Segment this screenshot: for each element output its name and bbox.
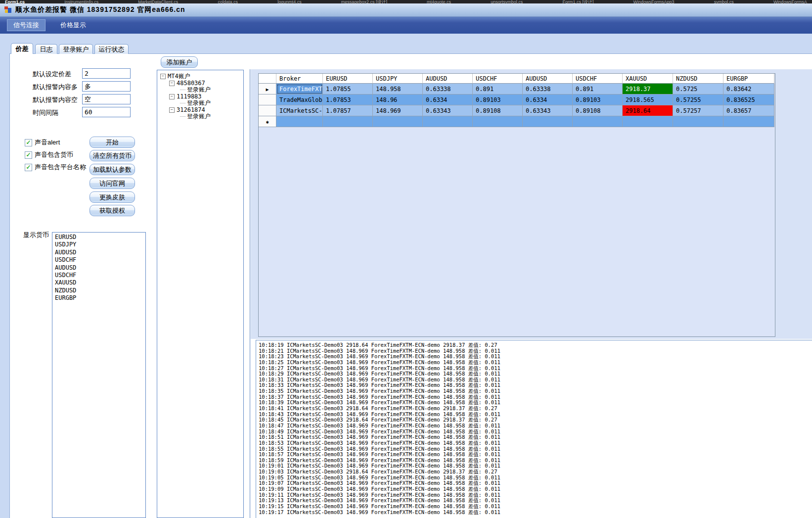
grid-column-header[interactable]: USDCHF xyxy=(573,74,623,84)
field-input[interactable] xyxy=(82,81,131,92)
list-item[interactable]: USDCHF xyxy=(52,256,145,264)
tree-node[interactable]: −MT4账户 xyxy=(157,73,243,80)
vs-editor-tab[interactable]: WindowsFormsA xyxy=(773,0,807,3)
grid-cell[interactable]: 148.958 xyxy=(373,84,423,94)
vs-editor-tab[interactable]: coldata.cs xyxy=(218,0,238,3)
grid-column-header[interactable]: USDCHF xyxy=(473,74,523,84)
action-button-1[interactable]: 开始 xyxy=(90,137,135,148)
tree-node[interactable]: 登录账户 xyxy=(157,100,243,107)
grid-cell-broker[interactable]: TradeMaxGlob... xyxy=(276,94,323,105)
tree-expander-icon[interactable]: − xyxy=(169,94,175,99)
field-input[interactable] xyxy=(82,68,131,79)
vs-editor-tab[interactable]: Form1.cs [设计] xyxy=(562,0,593,3)
grid-cell[interactable]: 0.83657 xyxy=(723,105,774,116)
vs-editor-tab[interactable]: messagebox2.cs [设计] xyxy=(341,0,387,3)
grid-column-header[interactable]: Broker xyxy=(276,74,323,84)
grid-cell[interactable]: 0.57257 xyxy=(673,105,723,116)
grid-cell[interactable]: 2918.37 xyxy=(623,84,673,94)
grid-cell[interactable]: 2918.565 xyxy=(623,94,673,105)
grid-cell[interactable]: 0.63343 xyxy=(523,105,573,116)
vs-editor-tab[interactable]: symbol.cs xyxy=(714,0,734,3)
grid-cell-empty[interactable] xyxy=(373,116,423,127)
grid-column-header[interactable]: USDJPY xyxy=(373,74,423,84)
grid-cell-empty[interactable] xyxy=(323,116,373,127)
vs-editor-tab[interactable]: Form1.cs xyxy=(5,0,25,3)
account-treeview[interactable]: −MT4账户−48580367登录账户−1119883登录账户−31261874… xyxy=(157,70,244,518)
grid-cell-empty[interactable] xyxy=(623,116,673,127)
add-account-button[interactable]: 添加账户 xyxy=(161,56,198,68)
grid-cell[interactable]: 148.969 xyxy=(373,105,423,116)
field-input[interactable] xyxy=(82,94,131,104)
grid-cell[interactable]: 0.836525 xyxy=(723,94,774,105)
grid-cell-empty[interactable] xyxy=(673,116,723,127)
grid-cell[interactable]: 0.89108 xyxy=(573,105,623,116)
grid-cell[interactable]: 2918.64 xyxy=(623,105,673,116)
grid-cell-broker[interactable]: ForexTimeFXT... xyxy=(276,84,323,94)
menu-item-2[interactable]: 价格显示 xyxy=(54,20,92,31)
grid-cell[interactable]: 0.83642 xyxy=(723,84,774,94)
checkbox[interactable]: ✓ xyxy=(25,139,32,146)
list-item[interactable]: NZDUSD xyxy=(52,287,145,294)
grid-column-header[interactable]: AUDUSD xyxy=(523,74,573,84)
grid-cell[interactable]: 0.891 xyxy=(473,84,523,94)
vs-editor-tab[interactable]: InstrumentInfo.cs xyxy=(64,0,98,3)
grid-new-row-header[interactable]: ✱ xyxy=(259,116,276,127)
grid-cell[interactable]: 0.6334 xyxy=(423,94,473,105)
checkbox[interactable]: ✓ xyxy=(25,164,32,171)
grid-cell-empty[interactable] xyxy=(573,116,623,127)
grid-cell-broker[interactable]: ICMarketsSC-... xyxy=(276,105,323,116)
list-item[interactable]: EURGBP xyxy=(52,294,145,302)
grid-cell[interactable]: 1.07857 xyxy=(323,105,373,116)
list-item[interactable]: EURUSD xyxy=(52,234,145,241)
window-titlebar[interactable]: 顺水鱼价差报警 微信 18391752892 官网ea666.cn xyxy=(0,3,812,17)
action-button-2[interactable]: 清空所有货币 xyxy=(90,150,135,161)
tab-1[interactable]: 价差 xyxy=(11,43,33,54)
grid-cell[interactable]: 0.891 xyxy=(573,84,623,94)
grid-column-header[interactable]: EURUSD xyxy=(323,74,373,84)
tree-node[interactable]: 登录账户 xyxy=(157,87,243,94)
grid-row-header[interactable]: ▶ xyxy=(259,84,276,94)
tree-expander-icon[interactable]: − xyxy=(160,74,166,79)
grid-cell[interactable]: 0.89108 xyxy=(473,105,523,116)
grid-cell[interactable]: 0.63343 xyxy=(423,105,473,116)
tab-3[interactable]: 登录账户 xyxy=(59,44,93,54)
vs-editor-tab[interactable]: unsortsymbol.cs xyxy=(491,0,523,3)
list-item[interactable]: USDCHF xyxy=(52,272,145,279)
tree-node[interactable]: 登录账户 xyxy=(157,113,243,120)
action-button-3[interactable]: 加载默认参数 xyxy=(90,164,135,175)
list-item[interactable]: AUDUSD xyxy=(52,249,145,256)
currency-listbox[interactable]: EURUSDUSDJPYAUDUSDUSDCHFAUDUSDUSDCHFXAUU… xyxy=(52,232,146,518)
checkbox[interactable]: ✓ xyxy=(25,151,32,159)
menu-item-1[interactable]: 信号连接 xyxy=(7,19,45,31)
grid-cell[interactable]: 0.5725 xyxy=(673,84,723,94)
tab-4[interactable]: 运行状态 xyxy=(94,44,129,54)
grid-row-header[interactable] xyxy=(259,94,276,105)
grid-cell[interactable]: 1.07853 xyxy=(323,94,373,105)
list-item[interactable]: USDJPY xyxy=(52,241,145,248)
vs-editor-tab[interactable]: MarketDataClient.cs xyxy=(138,0,178,3)
quotes-datagrid[interactable]: BrokerEURUSDUSDJPYAUDUSDUSDCHFAUDUSDUSDC… xyxy=(258,73,775,337)
grid-column-header[interactable]: XAUUSD xyxy=(623,74,673,84)
grid-cell[interactable]: 0.6334 xyxy=(523,94,573,105)
grid-cell[interactable]: 0.89103 xyxy=(573,94,623,105)
action-button-4[interactable]: 访问官网 xyxy=(90,178,135,189)
tab-2[interactable]: 日志 xyxy=(35,44,57,54)
grid-cell[interactable]: 0.63338 xyxy=(423,84,473,94)
vs-editor-tab[interactable]: WindowsFormsApp3 xyxy=(633,0,675,3)
grid-column-header[interactable]: NZDUSD xyxy=(673,74,723,84)
grid-column-header[interactable]: AUDUSD xyxy=(423,74,473,84)
grid-cell[interactable]: 148.96 xyxy=(373,94,423,105)
grid-cell-empty[interactable] xyxy=(276,116,323,127)
grid-cell[interactable]: 0.63338 xyxy=(523,84,573,94)
grid-column-header[interactable]: EURGBP xyxy=(723,74,774,84)
list-item[interactable]: AUDUSD xyxy=(52,264,145,272)
grid-cell-empty[interactable] xyxy=(423,116,473,127)
field-input[interactable] xyxy=(82,107,131,117)
log-textbox[interactable]: 10:18:19 ICMarketsSC-Demo03 2918.64 Fore… xyxy=(256,340,812,518)
grid-cell[interactable]: 0.89103 xyxy=(473,94,523,105)
grid-row-header[interactable] xyxy=(259,105,276,116)
action-button-6[interactable]: 获取授权 xyxy=(90,205,135,216)
list-item[interactable]: XAUUSD xyxy=(52,279,145,286)
action-button-5[interactable]: 更换皮肤 xyxy=(90,191,135,203)
grid-cell[interactable]: 0.57255 xyxy=(673,94,723,105)
